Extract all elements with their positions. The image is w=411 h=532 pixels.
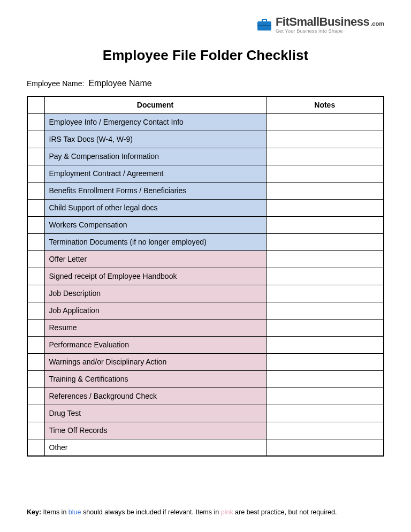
check-cell[interactable] xyxy=(27,216,44,233)
key-pink-word: pink xyxy=(221,508,233,516)
check-cell[interactable] xyxy=(27,285,44,302)
table-row: Employee Info / Emergency Contact Info xyxy=(27,113,384,131)
notes-cell[interactable] xyxy=(266,148,384,165)
check-cell[interactable] xyxy=(27,113,44,131)
check-cell[interactable] xyxy=(27,302,44,319)
table-row: Time Off Records xyxy=(27,422,384,439)
check-cell[interactable] xyxy=(27,250,44,268)
notes-cell[interactable] xyxy=(266,165,384,182)
document-cell: IRS Tax Docs (W-4, W-9) xyxy=(44,131,266,148)
notes-cell[interactable] xyxy=(266,199,384,216)
notes-cell[interactable] xyxy=(266,131,384,148)
document-cell: Other xyxy=(44,439,266,456)
document-cell: Warnings and/or Disciplinary Action xyxy=(44,353,266,370)
check-cell[interactable] xyxy=(27,336,44,353)
logo-area: FitSmallBusiness .com Get Your Business … xyxy=(27,16,384,34)
table-row: Signed receipt of Employee Handbook xyxy=(27,268,384,285)
key-text-3: are best practice, but not required. xyxy=(233,508,337,516)
table-row: Resume xyxy=(27,319,384,336)
key-text-2: should always be included if relevant. I… xyxy=(81,508,220,516)
table-row: IRS Tax Docs (W-4, W-9) xyxy=(27,131,384,148)
document-cell: Drug Test xyxy=(44,405,266,422)
key-text-1: Items in xyxy=(41,508,68,516)
table-row: Training & Certifications xyxy=(27,370,384,387)
table-row: Offer Letter xyxy=(27,250,384,268)
header-document: Document xyxy=(44,96,266,113)
document-cell: Child Support of other legal docs xyxy=(44,199,266,216)
document-cell: Pay & Compensation Information xyxy=(44,148,266,165)
notes-cell[interactable] xyxy=(266,405,384,422)
document-cell: References / Background Check xyxy=(44,387,266,405)
check-cell[interactable] xyxy=(27,182,44,199)
check-cell[interactable] xyxy=(27,148,44,165)
svg-rect-3 xyxy=(263,25,265,26)
key-footer: Key: Items in blue should always be incl… xyxy=(27,508,384,516)
table-row: Child Support of other legal docs xyxy=(27,199,384,216)
document-cell: Resume xyxy=(44,319,266,336)
logo-tagline: Get Your Business Into Shape xyxy=(276,29,384,34)
table-row: Drug Test xyxy=(27,405,384,422)
notes-cell[interactable] xyxy=(266,422,384,439)
notes-cell[interactable] xyxy=(266,319,384,336)
check-cell[interactable] xyxy=(27,319,44,336)
notes-cell[interactable] xyxy=(266,113,384,131)
document-cell: Signed receipt of Employee Handbook xyxy=(44,268,266,285)
check-cell[interactable] xyxy=(27,405,44,422)
check-cell[interactable] xyxy=(27,422,44,439)
document-cell: Benefits Enrollment Forms / Beneficiarie… xyxy=(44,182,266,199)
notes-cell[interactable] xyxy=(266,353,384,370)
employee-name-label: Employee Name: xyxy=(27,79,84,88)
document-cell: Employment Contract / Agreement xyxy=(44,165,266,182)
employee-name-value: Employee Name xyxy=(88,79,151,88)
logo-dotcom: .com xyxy=(370,21,384,27)
document-cell: Job Application xyxy=(44,302,266,319)
table-row: Job Description xyxy=(27,285,384,302)
notes-cell[interactable] xyxy=(266,250,384,268)
table-row: Benefits Enrollment Forms / Beneficiarie… xyxy=(27,182,384,199)
briefcase-icon xyxy=(256,18,272,32)
header-check xyxy=(27,96,44,113)
table-row: Other xyxy=(27,439,384,456)
notes-cell[interactable] xyxy=(266,216,384,233)
check-cell[interactable] xyxy=(27,268,44,285)
check-cell[interactable] xyxy=(27,233,44,250)
table-row: Workers Compensation xyxy=(27,216,384,233)
check-cell[interactable] xyxy=(27,199,44,216)
header-notes: Notes xyxy=(266,96,384,113)
table-row: Pay & Compensation Information xyxy=(27,148,384,165)
table-row: Termination Documents (if no longer empl… xyxy=(27,233,384,250)
notes-cell[interactable] xyxy=(266,336,384,353)
document-cell: Job Description xyxy=(44,285,266,302)
key-label: Key: xyxy=(27,508,41,516)
document-cell: Time Off Records xyxy=(44,422,266,439)
table-row: Performance Evaluation xyxy=(27,336,384,353)
table-row: Warnings and/or Disciplinary Action xyxy=(27,353,384,370)
document-cell: Offer Letter xyxy=(44,250,266,268)
table-row: References / Background Check xyxy=(27,387,384,405)
logo: FitSmallBusiness .com Get Your Business … xyxy=(256,16,384,34)
notes-cell[interactable] xyxy=(266,439,384,456)
logo-main: FitSmallBusiness xyxy=(276,16,369,28)
check-cell[interactable] xyxy=(27,165,44,182)
check-cell[interactable] xyxy=(27,370,44,387)
check-cell[interactable] xyxy=(27,439,44,456)
notes-cell[interactable] xyxy=(266,182,384,199)
notes-cell[interactable] xyxy=(266,285,384,302)
page-title: Employee File Folder Checklist xyxy=(27,47,384,64)
check-cell[interactable] xyxy=(27,387,44,405)
notes-cell[interactable] xyxy=(266,370,384,387)
check-cell[interactable] xyxy=(27,131,44,148)
table-row: Job Application xyxy=(27,302,384,319)
notes-cell[interactable] xyxy=(266,302,384,319)
document-cell: Termination Documents (if no longer empl… xyxy=(44,233,266,250)
check-cell[interactable] xyxy=(27,353,44,370)
notes-cell[interactable] xyxy=(266,387,384,405)
document-cell: Performance Evaluation xyxy=(44,336,266,353)
checklist-table: Document Notes Employee Info / Emergency… xyxy=(27,96,384,457)
document-cell: Training & Certifications xyxy=(44,370,266,387)
table-row: Employment Contract / Agreement xyxy=(27,165,384,182)
document-cell: Employee Info / Emergency Contact Info xyxy=(44,113,266,131)
key-blue-word: blue xyxy=(68,508,81,516)
notes-cell[interactable] xyxy=(266,233,384,250)
notes-cell[interactable] xyxy=(266,268,384,285)
